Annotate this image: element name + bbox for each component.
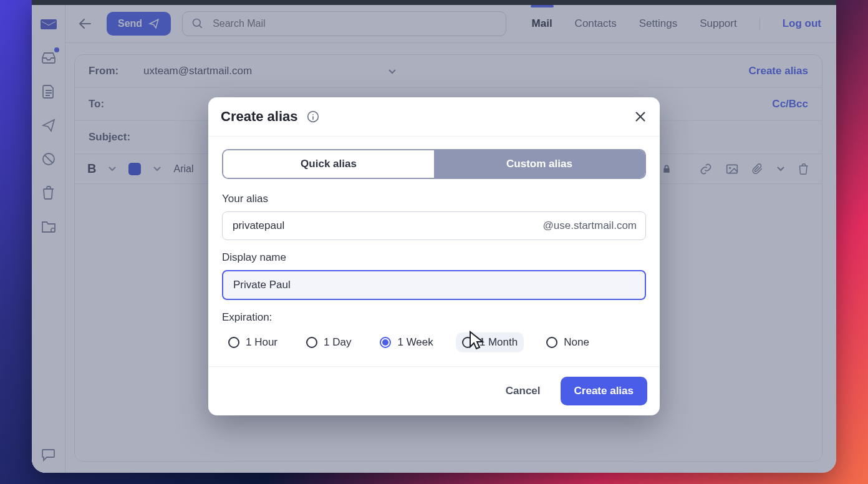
expiration-1day[interactable]: 1 Day	[300, 332, 357, 352]
alias-type-segmented: Quick alias Custom alias	[222, 149, 646, 179]
expiration-1week[interactable]: 1 Week	[374, 332, 439, 352]
create-alias-submit[interactable]: Create alias	[561, 377, 647, 405]
alias-field-label: Your alias	[222, 193, 646, 205]
expiration-options: 1 Hour 1 Day 1 Week 1 Month None	[222, 330, 646, 361]
expiration-none[interactable]: None	[540, 332, 596, 352]
tab-quick-alias[interactable]: Quick alias	[223, 150, 434, 178]
modal-footer: Cancel Create alias	[208, 366, 660, 415]
expiration-1month[interactable]: 1 Month	[456, 332, 524, 352]
expiration-label: Expiration:	[222, 311, 646, 324]
alias-input-wrap[interactable]: @use.startmail.com	[222, 211, 646, 240]
alias-input[interactable]	[231, 219, 543, 233]
alias-domain: @use.startmail.com	[543, 220, 637, 232]
app-window: Send Mail Contacts Settings Support Log …	[32, 0, 836, 473]
info-icon[interactable]	[307, 110, 319, 123]
expiration-1hour[interactable]: 1 Hour	[222, 332, 284, 352]
cancel-button[interactable]: Cancel	[502, 384, 544, 398]
modal-body: Quick alias Custom alias Your alias @use…	[208, 137, 660, 366]
modal-header: Create alias	[208, 97, 660, 137]
tab-custom-alias[interactable]: Custom alias	[434, 150, 645, 178]
display-name-input-wrap[interactable]	[222, 270, 646, 300]
close-button[interactable]	[634, 110, 647, 123]
modal-overlay[interactable]: Create alias Quick alias Custom alias Yo…	[32, 5, 836, 473]
display-name-label: Display name	[222, 251, 646, 264]
create-alias-modal: Create alias Quick alias Custom alias Yo…	[208, 97, 660, 415]
display-name-input[interactable]	[232, 278, 636, 292]
modal-title: Create alias	[221, 109, 298, 125]
